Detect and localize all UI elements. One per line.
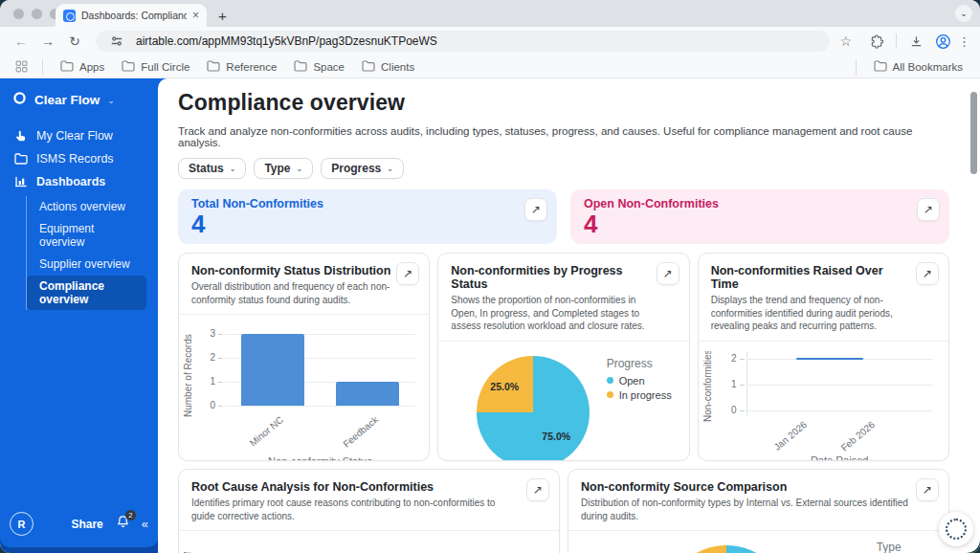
reload-icon[interactable]: ↻ [63, 33, 86, 49]
gridline [225, 406, 415, 407]
minimize-window-icon[interactable] [32, 9, 42, 19]
sidebar-subitem-actions-overview[interactable]: Actions overview [27, 196, 146, 217]
bookmark-star-icon[interactable]: ☆ [839, 33, 852, 49]
share-button[interactable]: Share [71, 518, 102, 531]
notifications-button[interactable]: 2 [116, 515, 130, 533]
apps-grid-icon[interactable] [10, 60, 33, 73]
y-tick-label: 0 [712, 405, 737, 415]
chart-card-progress-status: Non-conformities by Progress StatusShows… [437, 253, 689, 461]
collapse-sidebar-icon[interactable]: « [142, 517, 148, 531]
sidebar-subitem-equipment-overview[interactable]: Equipment overview [27, 218, 146, 253]
filter-label: Status [189, 162, 224, 175]
browser-menu-icon[interactable]: ⋮ [958, 34, 970, 49]
chart-pie: 75.0%25.0%ProgressOpenIn progress [438, 342, 688, 461]
y-axis-title: Non-conformities [702, 351, 713, 422]
chart-description: Overall distribution and frequency of ea… [191, 280, 390, 306]
url-text: airtable.com/appMM93tq1y5kVBnP/pag3Dzesn… [136, 34, 437, 48]
axis-tick [218, 358, 223, 359]
filter-label: Type [264, 162, 290, 175]
chevron-down-icon: ⌄ [297, 165, 303, 173]
sidebar-subitem-supplier-overview[interactable]: Supplier overview [27, 254, 146, 275]
browser-tab[interactable]: Dashboards: Compliance ove × [56, 4, 207, 27]
x-tick-label: Minor NC [247, 414, 284, 449]
scrollbar-thumb[interactable] [970, 92, 977, 174]
sidebar-item-isms-records[interactable]: ISMS Records [0, 147, 158, 170]
y-axis-line [746, 351, 747, 416]
sidebar-item-label: ISMS Records [36, 152, 114, 166]
legend-item-open[interactable]: Open [607, 375, 672, 387]
expand-chart-button[interactable]: ↗ [916, 478, 939, 501]
bookmark-folder-apps[interactable]: Apps [53, 57, 112, 77]
sidebar-subitem-compliance-overview[interactable]: Compliance overview [27, 276, 146, 310]
bookmark-label: Apps [79, 61, 104, 73]
axis-tick [218, 406, 223, 407]
legend-label: In progress [619, 389, 672, 401]
y-tick-label: 0 [190, 400, 215, 410]
bookmark-label: Full Circle [141, 61, 189, 73]
tab-search-button[interactable]: ⌄ [955, 5, 972, 22]
bookmarks-divider-right [856, 59, 857, 75]
chart-line: 210Jan 2026Feb 2026Non-conformitiesDate … [699, 342, 948, 461]
bookmark-folder-full-circle[interactable]: Full Circle [114, 57, 197, 77]
sidebar-item-my-clear-flow[interactable]: My Clear Flow [0, 124, 158, 147]
chart-header: Non-conformities Raised Over TimeDisplay… [699, 254, 948, 342]
filter-progress-dropdown[interactable]: Progress⌄ [321, 158, 404, 179]
new-tab-button[interactable]: + [218, 9, 227, 23]
download-icon[interactable] [904, 34, 927, 49]
x-axis-title: Date Raised [746, 454, 933, 462]
expand-chart-button[interactable]: ↗ [657, 262, 679, 285]
folder-icon [60, 60, 74, 74]
bookmark-folder-space[interactable]: Space [286, 57, 352, 77]
legend-item-in-progress[interactable]: In progress [607, 389, 672, 401]
chart-card-status-distribution: Non-conformity Status DistributionOveral… [178, 253, 430, 461]
site-settings-icon[interactable] [105, 34, 128, 48]
close-tab-icon[interactable]: × [192, 9, 199, 22]
chart-title: Non-conformity Source Comparison [581, 480, 910, 494]
workspace-switcher[interactable]: Clear Flow ⌄ [0, 78, 158, 119]
user-avatar[interactable]: R [10, 512, 33, 536]
chart-header: Non-conformities by Progress StatusShows… [438, 254, 688, 342]
expand-chart-button[interactable]: ↗ [916, 262, 939, 285]
x-tick-label: Feb 2026 [838, 419, 876, 453]
gridline [746, 410, 933, 411]
chart-description: Displays the trend and frequency of non-… [711, 294, 910, 333]
bookmark-folder-reference[interactable]: Reference [199, 57, 284, 77]
url-bar[interactable]: airtable.com/appMM93tq1y5kVBnP/pag3Dzesn… [96, 31, 830, 52]
sidebar-item-label: Dashboards [36, 175, 105, 188]
browser-toolbar: ← → ↻ airtable.com/appMM93tq1y5kVBnP/pag… [0, 27, 980, 55]
slice-percent-label: 75.0% [542, 431, 570, 442]
y-tick-label: 2 [190, 352, 215, 363]
expand-chart-button[interactable]: ↗ [526, 478, 549, 501]
legend-title: Type [877, 541, 927, 553]
expand-chart-button[interactable]: ↗ [396, 262, 419, 285]
all-bookmarks-label: All Bookmarks [893, 61, 964, 73]
pie-chart [477, 356, 590, 462]
traffic-lights [13, 9, 60, 19]
all-bookmarks-button[interactable]: All Bookmarks [866, 57, 971, 77]
filter-status-dropdown[interactable]: Status⌄ [178, 158, 246, 179]
bookmark-folder-clients[interactable]: Clients [354, 57, 422, 77]
expand-stat-button[interactable]: ↗ [524, 198, 547, 221]
axis-tick [740, 385, 745, 386]
profile-icon[interactable] [931, 33, 954, 50]
filter-type-dropdown[interactable]: Type⌄ [254, 158, 313, 179]
legend-dot [607, 377, 613, 384]
expand-stat-button[interactable]: ↗ [917, 198, 940, 221]
stat-card-total-non-conformities: Total Non-Conformities4↗ [178, 189, 557, 244]
chart-card-source-comparison: Non-conformity Source ComparisonDistribu… [568, 469, 949, 553]
sidebar-item-dashboards[interactable]: Dashboards [0, 170, 158, 193]
y-tick-label: 1 [190, 376, 215, 387]
close-window-icon[interactable] [13, 9, 24, 19]
extensions-icon[interactable] [865, 34, 888, 49]
bar-Minor NC [241, 334, 304, 406]
bookmark-label: Space [313, 61, 345, 73]
back-icon[interactable]: ← [10, 33, 33, 49]
chart-header: Non-conformity Source ComparisonDistribu… [568, 470, 948, 531]
chart-title: Root Cause Analysis for Non-Conformities [191, 480, 521, 494]
forward-icon[interactable]: → [36, 33, 59, 49]
chevron-down-icon: ⌄ [107, 96, 115, 105]
data-line [796, 358, 863, 361]
chart-card-raised-over-time: Non-conformities Raised Over TimeDisplay… [698, 253, 949, 461]
folder-icon [13, 153, 28, 165]
folder-icon [362, 60, 375, 74]
